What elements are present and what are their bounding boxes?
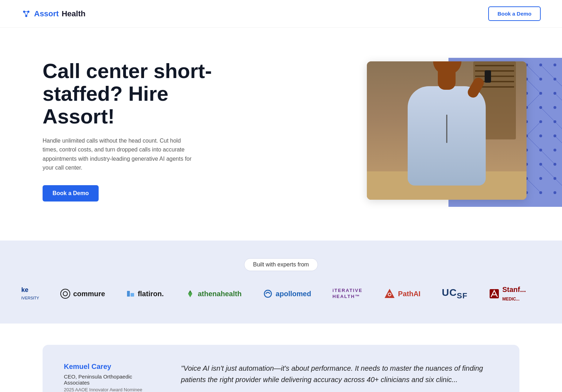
- partner-logo-duke: keIVERSITY: [21, 286, 39, 301]
- testimonial-card: Kemuel Carey CEO, Peninsula Orthopaedic …: [43, 345, 519, 392]
- built-with-label-container: Built with experts from: [0, 258, 562, 271]
- testimonial-person: Kemuel Carey CEO, Peninsula Orthopaedic …: [64, 363, 153, 392]
- partner-logo-commure: commure: [60, 289, 105, 299]
- hero-subtitle: Handle unlimited calls without the head …: [43, 136, 192, 172]
- flatiron-icon: [126, 289, 135, 298]
- svg-point-63: [539, 134, 542, 137]
- logo: AssortHealth: [21, 9, 86, 19]
- testimonial-quote: "Voice AI isn't just automation—it's abo…: [181, 363, 498, 385]
- partner-logos-row: keIVERSITY commure flatiron. athenahealt…: [0, 285, 562, 302]
- hero-left: Call center short-staffed? Hire Assort! …: [43, 60, 220, 201]
- svg-line-5: [26, 12, 28, 16]
- navbar: AssortHealth Book a Demo: [0, 0, 562, 28]
- svg-point-93: [539, 177, 542, 180]
- pathai-icon: [384, 288, 395, 299]
- built-with-section: Built with experts from keIVERSITY commu…: [0, 241, 562, 324]
- svg-point-160: [389, 293, 391, 296]
- logo-text-blue: Assort: [34, 9, 59, 18]
- testimonial-quote-container: "Voice AI isn't just automation—it's abo…: [181, 363, 498, 392]
- testimonial-section: Kemuel Carey CEO, Peninsula Orthopaedic …: [0, 324, 562, 392]
- logo-text-dark: Health: [62, 9, 86, 18]
- svg-point-44: [553, 106, 556, 109]
- testimonial-award: 2025 AAOE Innovator Award Nominee: [64, 387, 153, 392]
- nav-book-demo-button[interactable]: Book a Demo: [488, 6, 541, 21]
- hero-right: [220, 61, 527, 200]
- svg-point-157: [264, 290, 271, 297]
- svg-rect-156: [131, 293, 134, 297]
- svg-rect-155: [127, 291, 130, 297]
- logo-icon: [21, 9, 31, 19]
- partner-logo-pathai: PathAI: [384, 288, 420, 299]
- partner-logo-stanford: Stanf...MEDIC...: [489, 285, 526, 302]
- testimonial-name: Kemuel Carey: [64, 363, 153, 371]
- stanford-icon: [489, 288, 500, 299]
- hero-section: Call center short-staffed? Hire Assort! …: [0, 28, 562, 241]
- partner-logo-iterative-health: iTERATIVEHEALTH™: [332, 288, 363, 300]
- hero-cta-button[interactable]: Book a Demo: [43, 185, 99, 201]
- athena-icon: [185, 289, 195, 299]
- apollo-icon: [263, 289, 273, 299]
- svg-point-74: [553, 149, 556, 151]
- commure-icon: [60, 289, 70, 299]
- testimonial-title: CEO, Peninsula Orthopaedic Associates: [64, 374, 153, 386]
- hero-title: Call center short-staffed? Hire Assort!: [43, 60, 220, 127]
- built-with-badge: Built with experts from: [244, 258, 318, 271]
- partner-logo-apollomed: apollomed: [263, 289, 311, 299]
- partner-logo-flatiron: flatiron.: [126, 289, 164, 298]
- hero-photo: [367, 61, 527, 200]
- partner-logo-ucsf: UCSF: [442, 287, 468, 300]
- svg-line-4: [24, 12, 26, 16]
- svg-point-104: [553, 191, 556, 194]
- partner-logo-athenahealth: athenahealth: [185, 289, 242, 299]
- svg-point-14: [553, 64, 556, 66]
